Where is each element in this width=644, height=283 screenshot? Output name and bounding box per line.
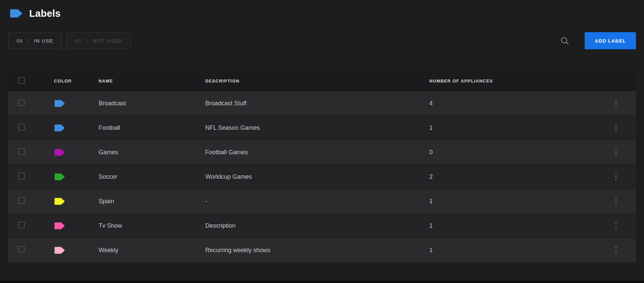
table-row: Tv Show Description 1 <box>8 213 636 238</box>
row-color-swatch <box>54 124 99 132</box>
label-table-body: Broadcast Broadcast Stuff 4 Football NFL… <box>8 91 636 262</box>
table-row: Games Football Games 0 <box>8 140 636 164</box>
add-label-button[interactable]: ADD LABEL <box>585 32 636 49</box>
row-description: - <box>205 198 427 205</box>
select-all-checkbox[interactable] <box>18 77 25 84</box>
row-actions-menu-button[interactable] <box>612 219 620 232</box>
header-name: NAME <box>99 78 205 83</box>
header-color: COLOR <box>54 78 99 83</box>
row-appliance-count: 0 <box>427 149 612 156</box>
row-name: Soccer <box>99 173 205 180</box>
search-button[interactable] <box>558 35 571 47</box>
row-appliance-count: 1 <box>427 198 612 205</box>
row-checkbox[interactable] <box>18 124 25 130</box>
kebab-icon <box>615 173 617 175</box>
header-appliances: NUMBER OF APPLIANCES <box>427 78 612 83</box>
row-description: Football Games <box>205 149 427 156</box>
not-used-count: 01 <box>75 38 82 44</box>
filter-in-use[interactable]: 06 | IN USE <box>8 33 62 49</box>
row-appliance-count: 1 <box>427 247 612 254</box>
label-tag-icon <box>10 9 22 18</box>
row-actions-menu-button[interactable] <box>612 244 620 257</box>
row-color-swatch <box>54 222 99 230</box>
table-row: Spain - 1 <box>8 189 636 213</box>
kebab-icon <box>615 246 617 248</box>
row-description: Recurring weekly shows <box>205 247 427 254</box>
row-name: Weekly <box>99 247 205 254</box>
row-description: Description <box>205 222 427 229</box>
row-name: Football <box>99 124 205 131</box>
row-checkbox[interactable] <box>18 222 25 228</box>
viewport-bottom-edge <box>0 281 644 283</box>
kebab-icon <box>615 149 617 150</box>
kebab-icon <box>615 124 617 126</box>
kebab-icon <box>615 100 617 101</box>
in-use-label: IN USE <box>34 38 53 44</box>
row-name: Tv Show <box>99 222 205 229</box>
table-row: Soccer Worldcup Games 2 <box>8 164 636 189</box>
table-row: Broadcast Broadcast Stuff 4 <box>8 91 636 115</box>
row-actions-menu-button[interactable] <box>612 170 620 183</box>
kebab-icon <box>615 197 617 199</box>
not-used-label: NOT USED <box>93 38 122 44</box>
toolbar: 06 | IN USE 01 | NOT USED ADD LABEL <box>8 32 636 49</box>
row-appliance-count: 4 <box>427 100 612 107</box>
table-row: Football NFL Season Games 1 <box>8 115 636 140</box>
filter-not-used[interactable]: 01 | NOT USED <box>67 33 130 49</box>
row-color-swatch <box>54 197 99 205</box>
row-name: Games <box>99 149 205 156</box>
row-name: Spain <box>99 198 205 205</box>
pill-separator: | <box>28 38 29 44</box>
row-checkbox[interactable] <box>18 246 25 253</box>
table-header-row: COLOR NAME DESCRIPTION NUMBER OF APPLIAN… <box>8 71 636 91</box>
row-description: NFL Season Games <box>205 124 427 131</box>
row-name: Broadcast <box>99 100 205 107</box>
page-title: Labels <box>29 8 61 19</box>
row-color-swatch <box>54 149 99 156</box>
page-header: Labels <box>8 7 636 19</box>
row-color-swatch <box>54 100 99 107</box>
row-appliance-count: 1 <box>427 124 612 131</box>
row-color-swatch <box>54 173 99 181</box>
pill-separator: | <box>86 38 88 44</box>
header-description: DESCRIPTION <box>205 78 427 83</box>
row-description: Worldcup Games <box>205 173 427 180</box>
row-actions-menu-button[interactable] <box>612 195 620 208</box>
in-use-count: 06 <box>16 38 23 44</box>
row-checkbox[interactable] <box>18 197 25 204</box>
labels-page: Labels 06 | IN USE 01 | NOT USED ADD LAB… <box>0 0 644 283</box>
table-row: Weekly Recurring weekly shows 1 <box>8 238 636 262</box>
row-actions-menu-button[interactable] <box>612 121 620 134</box>
row-checkbox[interactable] <box>18 173 25 179</box>
row-actions-menu-button[interactable] <box>612 97 620 110</box>
row-checkbox[interactable] <box>18 99 25 106</box>
row-appliance-count: 1 <box>427 222 612 229</box>
kebab-icon <box>615 222 617 224</box>
labels-table: COLOR NAME DESCRIPTION NUMBER OF APPLIAN… <box>8 71 636 262</box>
search-icon <box>560 37 569 45</box>
row-color-swatch <box>54 246 99 254</box>
row-description: Broadcast Stuff <box>205 100 427 107</box>
row-actions-menu-button[interactable] <box>612 146 620 159</box>
row-checkbox[interactable] <box>18 148 25 155</box>
row-appliance-count: 2 <box>427 173 612 180</box>
